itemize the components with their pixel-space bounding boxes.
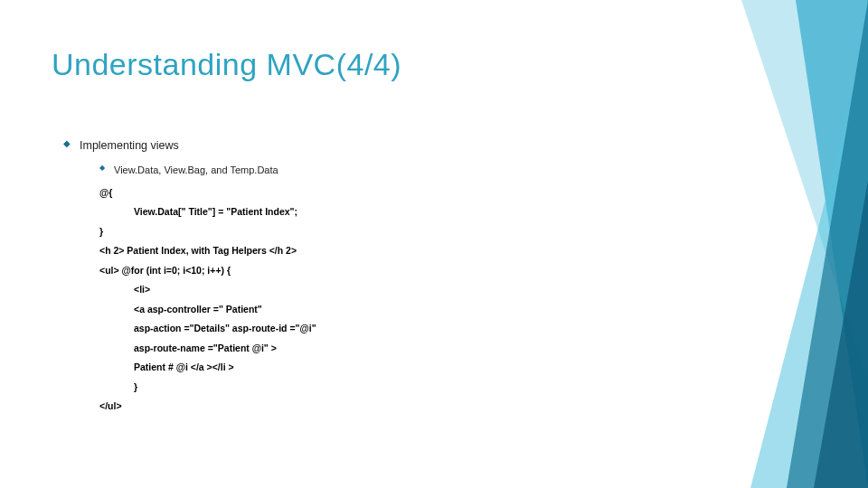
svg-marker-3	[787, 0, 868, 488]
code-block: @{ View.Data[" Title"] = "Patient Index"…	[99, 183, 705, 417]
code-line: asp-route-name ="Patient @i" >	[99, 339, 705, 359]
slide-content: ◆ Implementing views ◆ View.Data, View.B…	[63, 136, 705, 417]
bullet-level-2: ◆ View.Data, View.Bag, and Temp.Data	[99, 161, 705, 180]
code-line: <h 2> Patient Index, with Tag Helpers </…	[99, 241, 705, 261]
bullet-text: Implementing views	[80, 136, 179, 157]
slide-title: Understanding MVC(4/4)	[52, 47, 401, 82]
code-line: View.Data[" Title"] = "Patient Index";	[99, 202, 705, 222]
diamond-bullet-icon: ◆	[63, 136, 71, 152]
bullet-level-1: ◆ Implementing views	[63, 136, 705, 157]
svg-marker-0	[796, 0, 868, 488]
svg-marker-2	[750, 36, 868, 488]
decorative-triangles	[687, 0, 868, 488]
bullet-text: View.Data, View.Bag, and Temp.Data	[114, 161, 278, 180]
code-line: <a asp-controller =" Patient"	[99, 300, 705, 320]
code-line: asp-action ="Details" asp-route-id ="@i"	[99, 319, 705, 339]
svg-marker-4	[814, 181, 868, 488]
diamond-bullet-icon: ◆	[99, 161, 105, 175]
slide: Understanding MVC(4/4) ◆ Implementing vi…	[0, 0, 868, 488]
code-line: <ul> @for (int i=0; i<10; i++) {	[99, 261, 705, 281]
code-line: }	[99, 222, 705, 242]
code-line: @{	[99, 183, 705, 203]
code-line: <li>	[99, 280, 705, 300]
code-line: </ul>	[99, 397, 705, 417]
code-line: }	[99, 378, 705, 398]
code-line: Patient # @i </a ></li >	[99, 358, 705, 378]
svg-marker-1	[741, 0, 868, 380]
